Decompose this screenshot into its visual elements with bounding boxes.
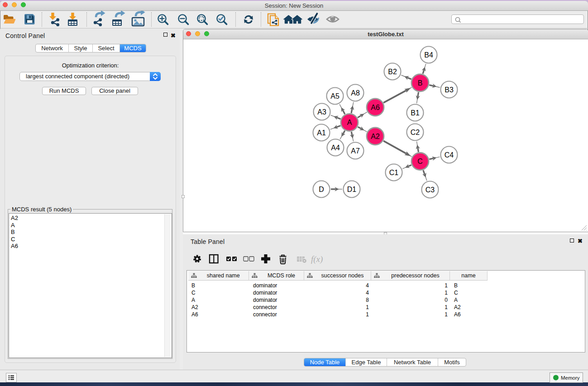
svg-text:C2: C2 (411, 129, 420, 136)
svg-text:f(x): f(x) (311, 254, 323, 264)
svg-text:C: C (417, 157, 423, 165)
svg-text:D1: D1 (347, 186, 357, 193)
svg-text:A1: A1 (317, 129, 326, 137)
svg-text:B4: B4 (424, 51, 433, 59)
svg-text:A5: A5 (330, 92, 339, 100)
svg-text:B2: B2 (388, 68, 397, 76)
svg-text:A2: A2 (371, 133, 380, 140)
svg-text:D: D (319, 186, 324, 193)
svg-text:A3: A3 (317, 108, 326, 116)
svg-text:A8: A8 (351, 89, 360, 97)
svg-text:A7: A7 (351, 147, 360, 155)
svg-text:B1: B1 (411, 109, 420, 117)
svg-text:A4: A4 (331, 144, 340, 152)
svg-text:B3: B3 (445, 86, 454, 94)
svg-text:C3: C3 (425, 186, 435, 194)
svg-text:C4: C4 (445, 151, 454, 159)
svg-text:Memory: Memory (561, 375, 580, 381)
svg-text:B: B (418, 79, 423, 87)
svg-text:A6: A6 (371, 104, 380, 111)
svg-text:C1: C1 (389, 169, 399, 176)
svg-text:A: A (347, 119, 352, 126)
